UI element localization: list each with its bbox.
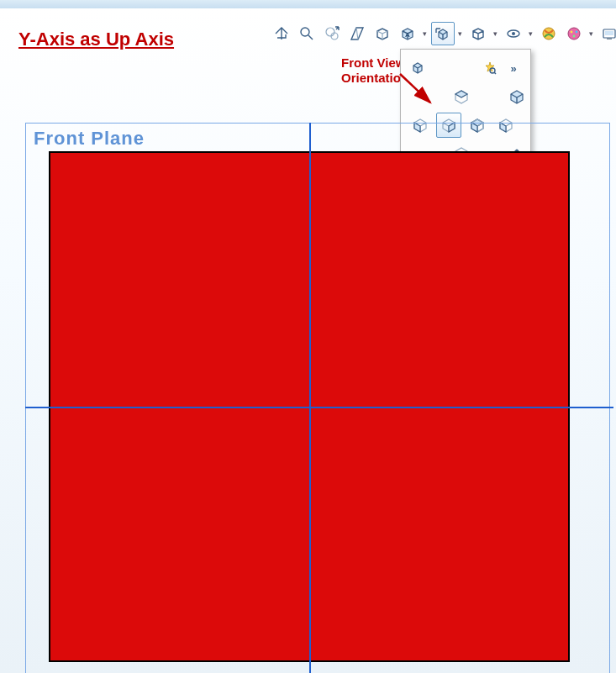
svg-point-8	[571, 31, 573, 34]
hide-show-button[interactable]	[502, 22, 525, 45]
dynamic-annotation-button[interactable]	[371, 22, 394, 45]
graphics-viewport: Y-Axis as Up Axis A ▾ ▾ ▾	[0, 8, 616, 673]
svg-text:A: A	[405, 31, 410, 39]
svg-rect-13	[607, 38, 612, 39]
previous-view-button[interactable]	[320, 22, 344, 45]
view-orientation-dropdown-icon[interactable]: ▾	[455, 23, 464, 45]
section-view-button[interactable]	[345, 22, 369, 45]
orient-3d-button[interactable]: A	[396, 22, 419, 45]
appearance-dropdown-icon[interactable]: ▾	[587, 23, 595, 45]
annotation-line2: Orientation	[341, 71, 408, 85]
origin-vertical-axis	[309, 123, 311, 673]
heads-up-toolbar: A ▾ ▾ ▾ ▾ ▾ ▾	[269, 20, 616, 47]
view-selector-button[interactable]	[408, 58, 428, 78]
svg-point-5	[512, 32, 515, 35]
svg-point-7	[568, 28, 580, 39]
plane-label: Front Plane	[34, 128, 145, 150]
flyout-row-top	[406, 83, 525, 110]
svg-point-10	[573, 35, 576, 38]
top-view-button[interactable]	[451, 84, 471, 109]
annotation-line1: Front View	[341, 55, 405, 70]
origin-horizontal-axis	[25, 407, 613, 408]
svg-point-1	[326, 28, 334, 36]
svg-rect-12	[605, 31, 613, 35]
edit-appearance-button[interactable]	[562, 22, 586, 45]
view-settings-button[interactable]	[598, 22, 616, 45]
apply-scene-button[interactable]	[537, 22, 561, 45]
orient-dropdown-icon[interactable]: ▾	[420, 23, 429, 45]
zoom-to-area-button[interactable]	[295, 22, 319, 45]
new-view-button[interactable]	[480, 58, 500, 78]
hide-show-dropdown-icon[interactable]: ▾	[526, 23, 534, 45]
annotation-label: Front View Orientation	[341, 55, 408, 86]
display-style-button[interactable]	[466, 22, 490, 45]
svg-point-0	[301, 28, 309, 36]
view-orientation-button[interactable]	[431, 22, 455, 45]
svg-point-9	[576, 31, 578, 34]
zoom-to-fit-button[interactable]	[270, 22, 293, 45]
page-title: Y-Axis as Up Axis	[18, 29, 174, 50]
flyout-header-row: »	[406, 55, 525, 81]
more-views-button[interactable]: »	[503, 58, 524, 78]
display-style-dropdown-icon[interactable]: ▾	[491, 23, 499, 45]
isometric-view-button[interactable]	[507, 84, 527, 109]
